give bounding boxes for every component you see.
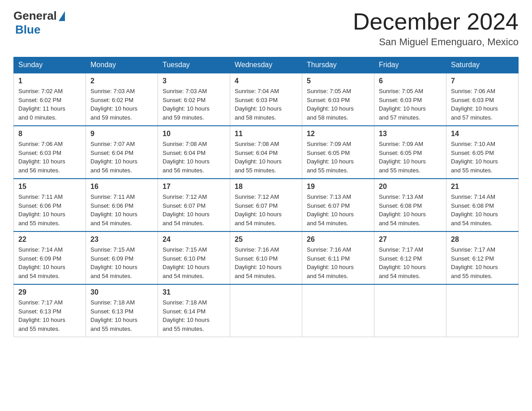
day-number: 11 — [235, 130, 297, 138]
day-number: 30 — [90, 288, 153, 296]
logo-general-text: General — [13, 9, 57, 23]
calendar-cell: 3Sunrise: 7:03 AMSunset: 6:02 PMDaylight… — [158, 73, 230, 126]
calendar-cell: 14Sunrise: 7:10 AMSunset: 6:05 PMDayligh… — [446, 126, 519, 179]
day-info: Sunrise: 7:11 AMSunset: 6:06 PMDaylight:… — [90, 193, 153, 227]
calendar-cell: 22Sunrise: 7:14 AMSunset: 6:09 PMDayligh… — [14, 231, 86, 284]
day-number: 10 — [163, 130, 225, 138]
day-number: 20 — [379, 183, 442, 191]
day-info: Sunrise: 7:12 AMSunset: 6:07 PMDaylight:… — [235, 193, 297, 227]
calendar-cell: 31Sunrise: 7:18 AMSunset: 6:14 PMDayligh… — [158, 284, 230, 337]
day-info: Sunrise: 7:10 AMSunset: 6:05 PMDaylight:… — [451, 140, 514, 175]
day-info: Sunrise: 7:17 AMSunset: 6:12 PMDaylight:… — [379, 245, 442, 280]
col-header-wednesday: Wednesday — [230, 57, 302, 73]
day-info: Sunrise: 7:15 AMSunset: 6:09 PMDaylight:… — [90, 245, 153, 280]
calendar-cell — [446, 284, 519, 337]
day-number: 28 — [451, 235, 514, 244]
day-info: Sunrise: 7:13 AMSunset: 6:08 PMDaylight:… — [379, 193, 442, 227]
day-info: Sunrise: 7:12 AMSunset: 6:07 PMDaylight:… — [163, 193, 225, 227]
day-number: 6 — [379, 77, 442, 85]
calendar-cell: 20Sunrise: 7:13 AMSunset: 6:08 PMDayligh… — [374, 179, 446, 231]
calendar-cell: 1Sunrise: 7:02 AMSunset: 6:02 PMDaylight… — [14, 73, 86, 126]
day-number: 8 — [18, 130, 81, 138]
calendar-cell: 17Sunrise: 7:12 AMSunset: 6:07 PMDayligh… — [158, 179, 230, 231]
day-info: Sunrise: 7:14 AMSunset: 6:08 PMDaylight:… — [451, 193, 514, 227]
day-number: 1 — [18, 77, 81, 85]
day-info: Sunrise: 7:06 AMSunset: 6:03 PMDaylight:… — [18, 140, 81, 175]
calendar-cell: 11Sunrise: 7:08 AMSunset: 6:04 PMDayligh… — [230, 126, 302, 179]
week-row-4: 22Sunrise: 7:14 AMSunset: 6:09 PMDayligh… — [14, 231, 519, 284]
day-number: 18 — [235, 183, 297, 191]
calendar-cell: 7Sunrise: 7:06 AMSunset: 6:03 PMDaylight… — [446, 73, 519, 126]
day-number: 14 — [451, 130, 514, 138]
calendar-table: SundayMondayTuesdayWednesdayThursdayFrid… — [13, 57, 519, 337]
calendar-cell: 30Sunrise: 7:18 AMSunset: 6:13 PMDayligh… — [86, 284, 158, 337]
title-area: December 2024 San Miguel Emenguaro, Mexi… — [353, 9, 519, 48]
week-row-1: 1Sunrise: 7:02 AMSunset: 6:02 PMDaylight… — [14, 73, 519, 126]
day-info: Sunrise: 7:11 AMSunset: 6:06 PMDaylight:… — [18, 193, 81, 227]
calendar-cell: 12Sunrise: 7:09 AMSunset: 6:05 PMDayligh… — [302, 126, 374, 179]
col-header-friday: Friday — [374, 57, 446, 73]
col-header-monday: Monday — [86, 57, 158, 73]
calendar-cell: 13Sunrise: 7:09 AMSunset: 6:05 PMDayligh… — [374, 126, 446, 179]
day-number: 12 — [307, 130, 369, 138]
calendar-cell: 26Sunrise: 7:16 AMSunset: 6:11 PMDayligh… — [302, 231, 374, 284]
day-number: 9 — [90, 130, 153, 138]
day-info: Sunrise: 7:17 AMSunset: 6:12 PMDaylight:… — [451, 245, 514, 280]
calendar-cell: 25Sunrise: 7:16 AMSunset: 6:10 PMDayligh… — [230, 231, 302, 284]
day-info: Sunrise: 7:03 AMSunset: 6:02 PMDaylight:… — [90, 87, 153, 122]
day-number: 17 — [163, 183, 225, 191]
day-info: Sunrise: 7:15 AMSunset: 6:10 PMDaylight:… — [163, 245, 225, 280]
calendar-cell: 23Sunrise: 7:15 AMSunset: 6:09 PMDayligh… — [86, 231, 158, 284]
day-info: Sunrise: 7:05 AMSunset: 6:03 PMDaylight:… — [379, 87, 442, 122]
day-info: Sunrise: 7:17 AMSunset: 6:13 PMDaylight:… — [18, 298, 81, 333]
calendar-cell — [302, 284, 374, 337]
day-info: Sunrise: 7:09 AMSunset: 6:05 PMDaylight:… — [307, 140, 369, 175]
day-info: Sunrise: 7:16 AMSunset: 6:10 PMDaylight:… — [235, 245, 297, 280]
day-info: Sunrise: 7:16 AMSunset: 6:11 PMDaylight:… — [307, 245, 369, 280]
calendar-cell: 24Sunrise: 7:15 AMSunset: 6:10 PMDayligh… — [158, 231, 230, 284]
day-info: Sunrise: 7:05 AMSunset: 6:03 PMDaylight:… — [307, 87, 369, 122]
logo: General Blue — [13, 9, 65, 37]
day-number: 7 — [451, 77, 514, 85]
day-number: 21 — [451, 183, 514, 191]
day-info: Sunrise: 7:14 AMSunset: 6:09 PMDaylight:… — [18, 245, 81, 280]
day-number: 22 — [18, 235, 81, 244]
calendar-cell: 28Sunrise: 7:17 AMSunset: 6:12 PMDayligh… — [446, 231, 519, 284]
calendar-cell: 5Sunrise: 7:05 AMSunset: 6:03 PMDaylight… — [302, 73, 374, 126]
logo-text: General — [13, 9, 65, 23]
day-info: Sunrise: 7:06 AMSunset: 6:03 PMDaylight:… — [451, 87, 514, 122]
calendar-cell: 8Sunrise: 7:06 AMSunset: 6:03 PMDaylight… — [14, 126, 86, 179]
day-number: 23 — [90, 235, 153, 244]
day-number: 25 — [235, 235, 297, 244]
calendar-cell: 9Sunrise: 7:07 AMSunset: 6:04 PMDaylight… — [86, 126, 158, 179]
calendar-cell: 6Sunrise: 7:05 AMSunset: 6:03 PMDaylight… — [374, 73, 446, 126]
calendar-header-row: SundayMondayTuesdayWednesdayThursdayFrid… — [14, 57, 519, 73]
calendar-cell — [230, 284, 302, 337]
calendar-cell: 21Sunrise: 7:14 AMSunset: 6:08 PMDayligh… — [446, 179, 519, 231]
week-row-3: 15Sunrise: 7:11 AMSunset: 6:06 PMDayligh… — [14, 179, 519, 231]
calendar-cell — [374, 284, 446, 337]
day-info: Sunrise: 7:09 AMSunset: 6:05 PMDaylight:… — [379, 140, 442, 175]
day-number: 19 — [307, 183, 369, 191]
calendar-cell: 2Sunrise: 7:03 AMSunset: 6:02 PMDaylight… — [86, 73, 158, 126]
day-info: Sunrise: 7:08 AMSunset: 6:04 PMDaylight:… — [163, 140, 225, 175]
day-info: Sunrise: 7:04 AMSunset: 6:03 PMDaylight:… — [235, 87, 297, 122]
week-row-2: 8Sunrise: 7:06 AMSunset: 6:03 PMDaylight… — [14, 126, 519, 179]
calendar-cell: 27Sunrise: 7:17 AMSunset: 6:12 PMDayligh… — [374, 231, 446, 284]
logo-triangle-icon — [59, 11, 65, 21]
day-number: 16 — [90, 183, 153, 191]
day-number: 4 — [235, 77, 297, 85]
day-number: 5 — [307, 77, 369, 85]
day-number: 31 — [163, 288, 225, 296]
calendar-cell: 19Sunrise: 7:13 AMSunset: 6:07 PMDayligh… — [302, 179, 374, 231]
day-number: 3 — [163, 77, 225, 85]
day-info: Sunrise: 7:03 AMSunset: 6:02 PMDaylight:… — [163, 87, 225, 122]
day-number: 2 — [90, 77, 153, 85]
calendar-cell: 10Sunrise: 7:08 AMSunset: 6:04 PMDayligh… — [158, 126, 230, 179]
day-number: 29 — [18, 288, 81, 296]
day-info: Sunrise: 7:13 AMSunset: 6:07 PMDaylight:… — [307, 193, 369, 227]
calendar-cell: 18Sunrise: 7:12 AMSunset: 6:07 PMDayligh… — [230, 179, 302, 231]
col-header-tuesday: Tuesday — [158, 57, 230, 73]
main-title: December 2024 — [353, 9, 519, 34]
col-header-sunday: Sunday — [14, 57, 86, 73]
